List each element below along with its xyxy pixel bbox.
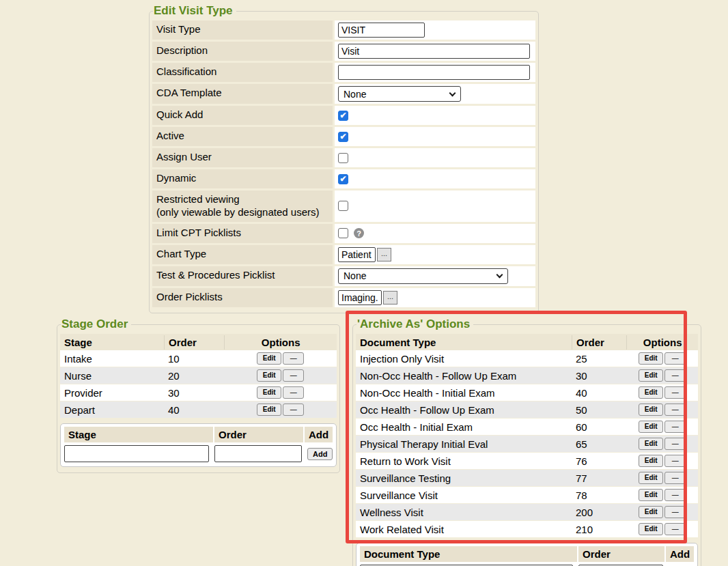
edit-button[interactable]: Edit <box>639 438 663 450</box>
remove-button[interactable]: — <box>664 455 686 467</box>
assign-user-checkbox[interactable]: ✔ <box>338 153 348 163</box>
edit-visit-type-form: Visit Type Description Classification CD… <box>152 20 535 307</box>
remove-button[interactable]: — <box>664 369 686 382</box>
edit-button[interactable]: Edit <box>257 386 281 399</box>
stage-add-inputs: Add <box>64 445 333 462</box>
form-row-restricted-viewing: Restricted viewing (only viewable by des… <box>152 190 535 222</box>
edit-button[interactable]: Edit <box>639 386 663 399</box>
stage-table-body: Intake 10 Edit — Nurse 20 Edit — Provide… <box>60 350 337 419</box>
remove-button[interactable]: — <box>664 352 686 365</box>
document-type-cell: Work Related Visit <box>356 522 572 537</box>
stage-cell: Nurse <box>60 369 164 383</box>
remove-button[interactable]: — <box>283 404 304 416</box>
visit-type-label: Visit Type <box>152 20 333 40</box>
limit-cpt-checkbox[interactable]: ✔ <box>338 228 348 238</box>
stage-cell: Provider <box>60 386 164 400</box>
restricted-viewing-checkbox[interactable]: ✔ <box>338 201 348 211</box>
archive-table-header: Document Type Order Options <box>356 334 698 350</box>
test-procedures-value-cell: None <box>335 266 535 286</box>
archive-table-row: Non-Occ Health - Follow Up Exam 30 Edit … <box>356 367 698 384</box>
remove-button[interactable]: — <box>283 352 304 365</box>
order-picklists-input[interactable] <box>338 290 382 305</box>
edit-button[interactable]: Edit <box>257 404 281 416</box>
remove-button[interactable]: — <box>664 421 686 433</box>
order-column-header: Order <box>572 335 626 350</box>
edit-button[interactable]: Edit <box>639 369 663 382</box>
cda-template-select[interactable]: None <box>338 86 461 102</box>
edit-button[interactable]: Edit <box>639 455 663 467</box>
document-type-cell: Non-Occ Health - Follow Up Exam <box>356 369 572 383</box>
test-procedures-select[interactable]: None <box>338 268 508 284</box>
edit-button[interactable]: Edit <box>639 523 663 535</box>
form-row-visit-type: Visit Type <box>152 20 535 40</box>
order-cell: 30 <box>164 386 224 400</box>
edit-button[interactable]: Edit <box>639 506 663 518</box>
chart-type-picker-button[interactable]: ... <box>377 248 391 261</box>
chart-type-value-cell: ... <box>335 245 535 264</box>
document-type-add-column: Document Type <box>360 546 577 562</box>
quick-add-checkbox[interactable]: ✔ <box>338 111 348 121</box>
options-cell: Edit — <box>626 487 698 503</box>
stage-order-section: Stage Order Stage Order Options Intake 1… <box>57 317 340 473</box>
form-row-test-procedures: Test & Procedures Picklist None <box>152 266 535 286</box>
order-add-column: Order <box>578 546 664 562</box>
document-type-cell: Surveillance Visit <box>356 488 572 503</box>
check-icon: ✔ <box>339 175 346 183</box>
add-column: Add <box>666 546 694 562</box>
chevron-down-icon <box>449 89 456 96</box>
remove-button[interactable]: — <box>664 472 686 484</box>
archive-add-box: Document Type Order Add Add <box>356 543 698 566</box>
edit-button[interactable]: Edit <box>639 472 663 484</box>
new-stage-order-input[interactable] <box>214 445 302 462</box>
order-picklists-value-cell: ... <box>335 288 535 307</box>
archive-add-header: Document Type Order Add <box>360 546 694 562</box>
edit-button[interactable]: Edit <box>639 489 663 501</box>
form-row-limit-cpt: Limit CPT Picklists ✔ ? <box>152 224 535 243</box>
edit-visit-type-section: Edit Visit Type Visit Type Description C… <box>149 4 539 313</box>
remove-button[interactable]: — <box>664 506 686 518</box>
order-cell: 76 <box>572 454 626 468</box>
edit-button[interactable]: Edit <box>639 421 663 433</box>
options-cell: Edit — <box>626 368 698 383</box>
order-cell: 40 <box>164 403 224 417</box>
dynamic-checkbox[interactable]: ✔ <box>338 174 348 184</box>
stage-order-title: Stage Order <box>61 317 131 331</box>
stage-table-row: Provider 30 Edit — <box>60 384 337 401</box>
stage-cell: Depart <box>60 403 164 417</box>
new-stage-input[interactable] <box>64 445 209 462</box>
remove-button[interactable]: — <box>664 438 686 450</box>
remove-button[interactable]: — <box>664 489 686 501</box>
active-value-cell: ✔ <box>335 127 535 146</box>
edit-button[interactable]: Edit <box>639 404 663 416</box>
help-icon[interactable]: ? <box>354 228 364 238</box>
add-stage-button[interactable]: Add <box>307 448 333 460</box>
edit-button[interactable]: Edit <box>257 352 281 365</box>
edit-button[interactable]: Edit <box>639 352 663 365</box>
edit-button[interactable]: Edit <box>257 369 281 382</box>
active-checkbox[interactable]: ✔ <box>338 132 348 142</box>
remove-button[interactable]: — <box>283 386 304 399</box>
remove-button[interactable]: — <box>283 369 304 382</box>
archive-table-row: Occ Health - Initial Exam 60 Edit — <box>356 419 698 436</box>
description-label: Description <box>152 42 333 61</box>
form-row-cda-template: CDA Template None <box>152 84 535 104</box>
form-row-assign-user: Assign User ✔ <box>152 148 535 167</box>
description-value-cell <box>335 42 535 61</box>
chart-type-input[interactable] <box>338 247 376 262</box>
visit-type-value-cell <box>335 20 535 40</box>
archive-as-options-title: 'Archive As' Options <box>356 317 473 331</box>
remove-button[interactable]: — <box>664 404 686 416</box>
document-type-cell: Physical Therapy Initial Eval <box>356 437 572 451</box>
order-picklists-picker-button[interactable]: ... <box>383 291 397 305</box>
archive-table-row: Non-Occ Health - Initial Exam 40 Edit — <box>356 384 698 401</box>
document-type-cell: Non-Occ Health - Initial Exam <box>356 386 572 400</box>
dynamic-label: Dynamic <box>152 169 333 188</box>
classification-input[interactable] <box>338 65 530 80</box>
archive-table-row: Physical Therapy Initial Eval 65 Edit — <box>356 436 698 453</box>
visit-type-input[interactable] <box>338 23 425 38</box>
edit-visit-type-title: Edit Visit Type <box>153 4 236 18</box>
description-input[interactable] <box>338 44 530 59</box>
stage-add-column: Stage <box>64 427 213 442</box>
remove-button[interactable]: — <box>664 523 686 535</box>
remove-button[interactable]: — <box>664 386 686 399</box>
